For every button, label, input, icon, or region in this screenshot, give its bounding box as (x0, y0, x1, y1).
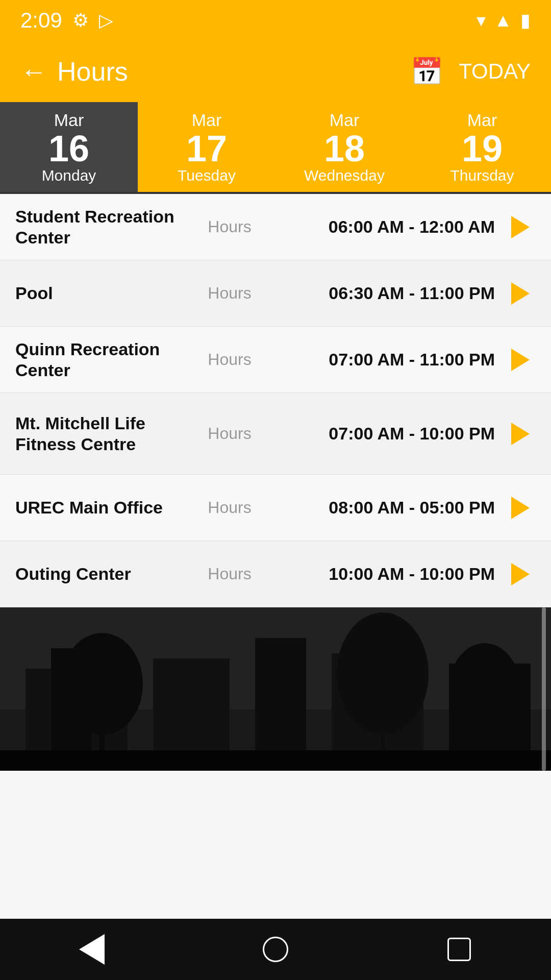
nav-bar (0, 919, 551, 980)
hours-time-4: 07:00 AM - 10:00 PM (270, 424, 505, 444)
hours-time-3: 07:00 AM - 11:00 PM (270, 350, 505, 370)
page-title: Hours (57, 56, 128, 87)
nav-home-icon (263, 937, 288, 962)
date-item-mar17[interactable]: Mar 17 Tuesday (138, 102, 276, 192)
date-weekday-1: Monday (42, 167, 96, 184)
today-button[interactable]: TODAY (459, 59, 531, 84)
nav-home-button[interactable] (255, 929, 296, 970)
svg-rect-14 (0, 750, 551, 771)
shield-icon: ▷ (99, 10, 113, 31)
date-weekday-2: Tuesday (178, 167, 236, 184)
hours-time-1: 06:00 AM - 12:00 AM (270, 217, 505, 237)
status-right: ▾ ▲ ▮ (477, 10, 531, 31)
calendar-icon[interactable]: 📅 (410, 56, 443, 87)
date-day-1: 16 (48, 130, 89, 167)
date-weekday-3: Wednesday (304, 167, 385, 184)
arrow-icon-4[interactable] (505, 419, 536, 449)
list-item[interactable]: Mt. Mitchell Life Fitness Centre Hours 0… (0, 393, 551, 475)
hours-label-2: Hours (189, 284, 270, 303)
facility-name-5: UREC Main Office (15, 497, 189, 518)
hours-label-1: Hours (189, 217, 270, 236)
facility-name-6: Outing Center (15, 564, 189, 584)
hours-list: Student Recreation Center Hours 06:00 AM… (0, 194, 551, 607)
hours-label-6: Hours (189, 565, 270, 583)
arrow-icon-1[interactable] (505, 212, 536, 242)
facility-name-2: Pool (15, 283, 189, 304)
header-right: 📅 TODAY (410, 56, 531, 87)
settings-icon: ⚙ (72, 10, 89, 31)
hours-label-4: Hours (189, 424, 270, 443)
nav-recent-icon (447, 938, 471, 961)
facility-name-4: Mt. Mitchell Life Fitness Centre (15, 413, 189, 455)
list-item[interactable]: Pool Hours 06:30 AM - 11:00 PM (0, 260, 551, 327)
date-weekday-4: Thursday (450, 167, 514, 184)
signal-icon: ▲ (494, 10, 512, 31)
list-item[interactable]: Student Recreation Center Hours 06:00 AM… (0, 194, 551, 260)
facility-name-3: Quinn Recreation Center (15, 339, 189, 381)
campus-image (0, 607, 551, 771)
hours-label-3: Hours (189, 350, 270, 369)
arrow-icon-3[interactable] (505, 345, 536, 375)
date-day-2: 17 (186, 130, 227, 167)
header-left: ← Hours (20, 56, 128, 87)
date-month-2: Mar (192, 110, 222, 130)
list-item[interactable]: UREC Main Office Hours 08:00 AM - 05:00 … (0, 475, 551, 541)
back-button[interactable]: ← (20, 56, 47, 87)
hours-time-6: 10:00 AM - 10:00 PM (270, 564, 505, 584)
list-item[interactable]: Quinn Recreation Center Hours 07:00 AM -… (0, 327, 551, 393)
date-month-4: Mar (467, 110, 497, 130)
list-item[interactable]: Outing Center Hours 10:00 AM - 10:00 PM (0, 541, 551, 607)
facility-name-1: Student Recreation Center (15, 206, 189, 248)
arrow-icon-2[interactable] (505, 278, 536, 309)
battery-icon: ▮ (520, 10, 531, 31)
status-time: 2:09 (20, 8, 62, 33)
status-left: 2:09 ⚙ ▷ (20, 8, 113, 33)
date-month-3: Mar (330, 110, 360, 130)
app-header: ← Hours 📅 TODAY (0, 41, 551, 102)
nav-back-button[interactable] (71, 929, 112, 970)
date-item-mar19[interactable]: Mar 19 Thursday (413, 102, 551, 192)
status-bar: 2:09 ⚙ ▷ ▾ ▲ ▮ (0, 0, 551, 41)
hours-label-5: Hours (189, 498, 270, 517)
bottom-image (0, 607, 551, 771)
hours-time-5: 08:00 AM - 05:00 PM (270, 498, 505, 518)
hours-time-2: 06:30 AM - 11:00 PM (270, 283, 505, 303)
date-item-mar16[interactable]: Mar 16 Monday (0, 102, 138, 192)
nav-recent-button[interactable] (439, 929, 480, 970)
date-day-4: 19 (462, 130, 503, 167)
date-day-3: 18 (324, 130, 365, 167)
date-month-1: Mar (54, 110, 84, 130)
arrow-icon-5[interactable] (505, 493, 536, 523)
scroll-indicator (542, 607, 546, 771)
date-item-mar18[interactable]: Mar 18 Wednesday (276, 102, 413, 192)
date-selector: Mar 16 Monday Mar 17 Tuesday Mar 18 Wedn… (0, 102, 551, 194)
nav-back-icon (79, 934, 105, 965)
wifi-icon: ▾ (477, 10, 486, 31)
arrow-icon-6[interactable] (505, 559, 536, 590)
